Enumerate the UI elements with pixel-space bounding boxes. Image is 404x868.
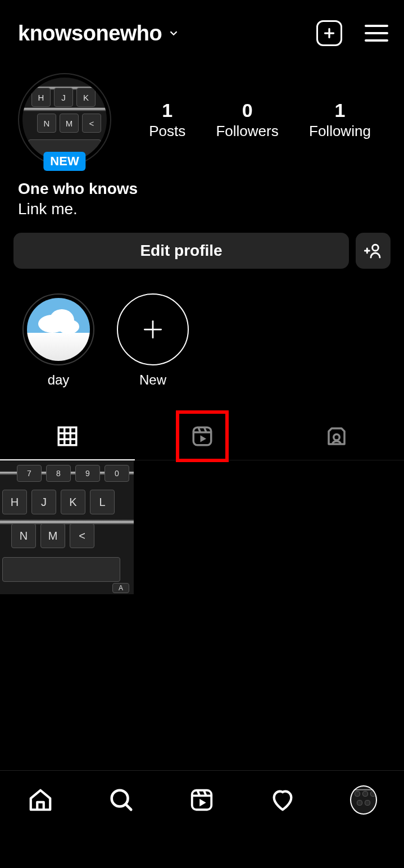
username: knowsonewho [18,21,162,46]
nav-reels[interactable] [188,786,215,813]
posts-count: 1 [149,100,185,121]
display-name: One who knows [18,180,386,198]
svg-line-22 [125,804,131,810]
username-switcher[interactable]: knowsonewho [18,21,180,46]
followers-stat[interactable]: 0 Followers [216,100,278,140]
reels-icon [190,424,214,448]
header-actions [316,20,388,46]
search-icon [108,787,134,813]
svg-marker-19 [200,435,206,442]
tab-grid[interactable] [0,413,135,460]
avatar-icon [350,785,377,815]
bottom-nav [0,770,404,868]
posts-grid: 7 8 9 0 H J K L N M < A [0,460,404,594]
discover-people-button[interactable] [356,233,391,269]
nav-search[interactable] [108,786,135,813]
edit-profile-label: Edit profile [140,242,222,260]
svg-point-20 [334,435,340,441]
profile-avatar[interactable]: H J K N M < NEW [18,73,111,166]
svg-rect-23 [192,790,212,810]
followers-count: 0 [216,100,278,121]
menu-button[interactable] [365,24,388,42]
profile-info-row: H J K N M < NEW 1 Posts 0 Followers 1 Fo… [0,57,404,172]
highlight-new[interactable]: New [117,293,189,388]
grid-icon [56,424,79,448]
tab-reels[interactable] [135,413,270,460]
highlight-label: day [48,372,70,388]
chevron-down-icon [167,27,180,39]
following-label: Following [309,123,371,140]
posts-label: Posts [149,123,185,140]
plus-icon [140,317,165,342]
tagged-icon [325,424,348,448]
profile-bio: One who knows Link me. [0,172,404,218]
svg-rect-15 [193,427,211,445]
profile-tabs [0,413,404,460]
profile-actions: Edit profile [0,218,404,269]
home-icon [28,787,53,813]
highlight-new-label: New [139,372,166,388]
nav-home[interactable] [27,786,54,813]
profile-header: knowsonewho [0,0,404,57]
tab-tagged[interactable] [269,413,404,460]
edit-profile-button[interactable]: Edit profile [13,233,349,269]
story-highlights: day New [0,269,404,400]
svg-rect-10 [58,427,76,445]
new-badge: NEW [43,152,85,171]
profile-stats: 1 Posts 0 Followers 1 Following [134,100,386,140]
post-thumbnail[interactable]: 7 8 9 0 H J K L N M < A [0,460,134,594]
following-count: 1 [309,100,371,121]
posts-stat[interactable]: 1 Posts [149,100,185,140]
add-user-icon [364,242,382,260]
nav-profile[interactable] [350,786,377,813]
svg-marker-27 [200,799,207,806]
nav-activity[interactable] [269,786,296,813]
reels-icon [189,787,215,813]
following-stat[interactable]: 1 Following [309,100,371,140]
create-button[interactable] [316,20,342,46]
bio-text: Link me. [18,200,386,218]
svg-point-5 [373,245,379,251]
highlight-day[interactable]: day [22,293,94,388]
heart-icon [270,787,296,813]
followers-label: Followers [216,123,278,140]
